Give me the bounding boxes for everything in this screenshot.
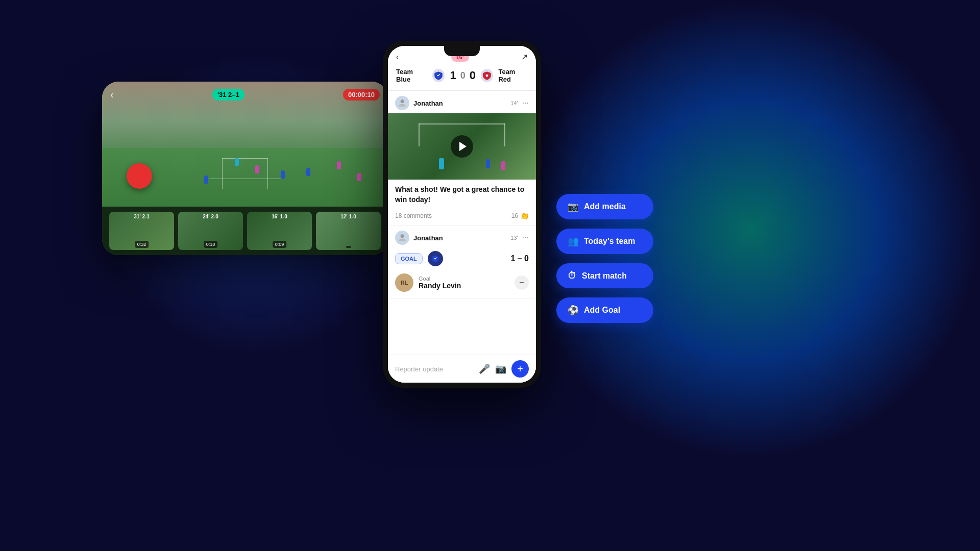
player-figure [204,176,208,184]
todays-team-button[interactable]: 👥 Today's team [556,229,653,254]
share-button[interactable]: ↗ [521,52,528,62]
svg-point-1 [401,235,404,238]
player-figure [357,173,361,181]
phone-screen: ‹ 16' ↗ Team Blue 1 0 0 [388,46,536,383]
event-time: 13' [510,235,518,241]
player-figure [337,161,341,169]
post-text: What a shot! We got a great chance to wi… [388,180,536,210]
input-bar: Reporter update 🎤 📷 + [388,355,536,383]
phone-right: ‹ 16' ↗ Team Blue 1 0 0 [383,41,541,388]
reaction-count: 16 [511,212,518,219]
start-match-label: Start match [582,271,627,281]
score-divider: 0 [460,70,465,81]
player-figure [235,158,239,166]
thumbnail-1[interactable]: 31' 2-1 0:32 [109,212,174,250]
add-media-label: Add media [584,202,626,211]
event-more-button[interactable]: ··· [522,233,529,242]
thumb-label-4: 12' 1-0 [340,214,356,219]
thumb-label-1: 31' 2-1 [134,214,150,219]
input-icons: 🎤 📷 + [479,360,529,378]
scoreboard: Team Blue 1 0 0 Team Red [396,66,528,85]
thumbnail-2[interactable]: 24' 2-0 0:18 [178,212,243,250]
team-blue-icon [432,69,445,82]
scorer-label: Goal [419,276,509,282]
score-badge-green: '31 2–1 [212,89,244,101]
post-user-name: Jonathan [413,99,443,107]
event-user-name: Jonathan [413,234,443,242]
timer-icon: ⏱ [568,270,577,281]
phone-content: Jonathan 14' ··· [388,91,536,383]
goal-add-icon: ⚽ [568,305,579,316]
post-user-avatar [395,96,409,110]
event-card: Jonathan 13' ··· GOAL 1 – 0 RL [388,226,536,298]
left-phone-overlay: ‹ '31 2–1 00:00:10 [102,82,388,108]
phone-notch [444,46,480,56]
action-buttons-panel: 📷 Add media 👥 Today's team ⏱ Start match… [556,194,653,323]
comments-count: 18 comments [395,212,432,219]
add-media-button[interactable]: 📷 Add media [556,194,653,219]
team-crest-event [428,251,443,266]
thumbnails-strip: 31' 2-1 0:32 24' 2-0 0:18 16' 1-0 0:09 1… [102,207,388,255]
svg-point-0 [401,99,404,103]
add-content-button[interactable]: + [511,360,529,378]
microphone-icon[interactable]: 🎤 [479,363,490,374]
team-blue-name: Team Blue [396,68,427,83]
event-scorer: RL Goal Randy Levin − [388,269,536,298]
event-user-avatar [395,231,409,245]
scorer-info: Goal Randy Levin [419,276,509,290]
minus-button[interactable]: − [514,276,529,290]
post-video-thumbnail[interactable] [388,113,536,180]
back-button[interactable]: ‹ [396,53,399,62]
camera-icon[interactable]: 📷 [495,363,506,374]
event-meta: 13' ··· [510,233,529,242]
goal-badge: GOAL [395,253,423,264]
camera-add-icon: 📷 [568,201,579,212]
player-figure [306,168,310,176]
event-user: Jonathan [395,231,443,245]
add-goal-label: Add Goal [584,306,620,315]
team-red-icon [481,69,493,82]
scorer-name: Randy Levin [419,282,509,290]
goal-score: 1 – 0 [510,254,529,263]
score-display: 1 0 0 [450,69,476,82]
player-figure [255,165,259,173]
post-user: Jonathan [395,96,443,110]
post-meta: 14' ··· [510,98,529,108]
clap-icon: 👏 [520,212,529,220]
player-figure [281,170,285,179]
team-icon: 👥 [568,236,579,247]
post-header: Jonathan 14' ··· [388,91,536,113]
post-comments-row: 18 comments 16 👏 [388,210,536,225]
thumbnail-4[interactable]: 12' 1-0 [316,212,381,250]
team-red-name: Team Red [498,68,528,83]
start-match-button[interactable]: ⏱ Start match [556,263,653,288]
post-time: 14' [510,100,518,106]
score-red: 0 [470,69,476,82]
thumb-duration-3: 0:09 [273,241,287,248]
thumb-label-3: 16' 1-0 [272,214,287,219]
todays-team-label: Today's team [584,237,635,246]
ball-indicator [127,163,152,189]
thumb-label-2: 24' 2-0 [203,214,218,219]
play-button[interactable] [451,135,473,158]
phone-left: ‹ '31 2–1 00:00:10 31' 2-1 0:32 24' 2-0 … [102,82,388,255]
event-header: Jonathan 13' ··· [388,226,536,248]
thumbnail-3[interactable]: 16' 1-0 0:09 [247,212,312,250]
post-card: Jonathan 14' ··· [388,91,536,226]
add-goal-button[interactable]: ⚽ Add Goal [556,297,653,323]
timer-badge-red: 00:00:10 [343,89,380,101]
back-arrow-left[interactable]: ‹ [110,89,114,101]
thumb-duration-1: 0:32 [135,241,149,248]
score-blue: 1 [450,69,456,82]
thumb-duration-4 [346,246,351,248]
post-more-button[interactable]: ··· [522,98,529,108]
event-body: GOAL 1 – 0 [388,248,536,269]
thumb-duration-2: 0:18 [204,241,218,248]
scorer-avatar: RL [395,273,413,292]
reactions: 16 👏 [511,212,529,220]
reporter-update-placeholder[interactable]: Reporter update [395,365,474,373]
